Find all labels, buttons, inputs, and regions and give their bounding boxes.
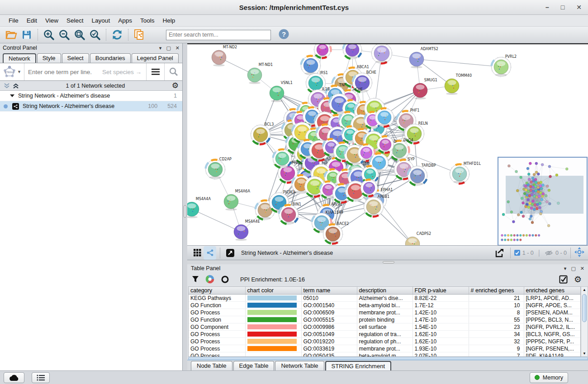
- network-node-anon[interactable]: [343, 44, 362, 59]
- menu-item-help[interactable]: Help: [158, 16, 179, 25]
- share-network-button[interactable]: [204, 246, 216, 260]
- menu-item-view[interactable]: View: [41, 16, 62, 25]
- pie-chart-icon[interactable]: [205, 275, 214, 284]
- network-node[interactable]: MT-ND2: [212, 45, 237, 66]
- network-canvas[interactable]: MT-ND2MT-ND1VSNL1GAB2IRS1CHATABCA1BCHEAC…: [187, 43, 588, 245]
- network-node-anon[interactable]: [273, 149, 292, 168]
- menu-item-apps[interactable]: Apps: [114, 16, 136, 25]
- table-row[interactable]: GO ProcessGO:0050435beta-amyloid m...2.0…: [189, 352, 581, 357]
- eye-off-icon[interactable]: [545, 250, 553, 256]
- maximize-button[interactable]: □: [561, 4, 564, 11]
- network-node[interactable]: VSNL1: [270, 81, 293, 102]
- column-header[interactable]: category: [189, 287, 245, 295]
- column-header[interactable]: term name: [301, 287, 357, 295]
- network-node[interactable]: BCL3: [251, 122, 274, 145]
- import-network-button[interactable]: [132, 28, 147, 42]
- column-header[interactable]: description: [357, 287, 413, 295]
- column-header[interactable]: chart color: [245, 287, 301, 295]
- scroll-down-icon[interactable]: ▼: [581, 351, 588, 356]
- panel-menu-icon[interactable]: ▾: [159, 45, 162, 51]
- table-gear-icon[interactable]: ⚙: [574, 274, 582, 285]
- network-node[interactable]: CD2AP: [206, 157, 232, 179]
- network-node[interactable]: ADAMTS2: [409, 47, 438, 68]
- table-row[interactable]: GO ProcessGO:0033619membrane prot...1.93…: [189, 345, 581, 352]
- network-node[interactable]: MS4A4E: [234, 220, 260, 241]
- zoom-in-button[interactable]: [41, 28, 57, 42]
- table-vertical-scrollbar[interactable]: ▲ ▼: [581, 286, 588, 357]
- scroll-up-icon[interactable]: ▲: [581, 287, 588, 293]
- search-input[interactable]: [166, 30, 271, 40]
- menu-item-tools[interactable]: Tools: [136, 16, 159, 25]
- menu-item-edit[interactable]: Edit: [23, 16, 41, 25]
- tab-node-table[interactable]: Node Table: [191, 361, 232, 371]
- tab-style[interactable]: Style: [37, 53, 61, 63]
- select-rows-checkbox-icon[interactable]: [559, 275, 568, 284]
- collapse-all-icon[interactable]: [4, 83, 10, 89]
- tab-legend-panel[interactable]: Legend Panel: [132, 53, 179, 63]
- string-search-button[interactable]: [164, 63, 182, 80]
- column-header[interactable]: enriched genes: [524, 287, 581, 295]
- close-button[interactable]: ✕: [576, 4, 582, 11]
- refresh-network-button[interactable]: [109, 28, 125, 42]
- network-row[interactable]: String Network - Alzheimer's disease 100…: [0, 101, 182, 112]
- table-row[interactable]: GO ComponentGO:0009986cell surface1.54E-…: [189, 323, 581, 331]
- panel-float-icon[interactable]: ▢: [571, 266, 575, 272]
- tab-select[interactable]: Select: [62, 53, 89, 63]
- network-node-anon[interactable]: [372, 44, 392, 64]
- zoom-fit-button[interactable]: [72, 28, 87, 42]
- network-collection-row[interactable]: String Network - Alzheimer's disease 1: [0, 91, 182, 101]
- column-header[interactable]: # enriched genes: [469, 287, 524, 295]
- birds-eye-toggle-button[interactable]: [574, 247, 584, 259]
- gear-icon[interactable]: ⚙: [172, 81, 179, 90]
- tree-expand-icon[interactable]: [10, 94, 14, 97]
- menu-item-layout[interactable]: Layout: [88, 16, 114, 25]
- menu-item-file[interactable]: File: [5, 16, 23, 25]
- table-row[interactable]: GO ProcessGO:0006509membrane prot...1.42…: [189, 309, 581, 316]
- network-node[interactable]: MS4A4A: [187, 197, 211, 218]
- vertical-splitter[interactable]: [183, 43, 187, 370]
- string-options-button[interactable]: [146, 63, 164, 80]
- scrollbar-thumb[interactable]: [582, 294, 587, 322]
- selected-checkbox-icon[interactable]: [514, 250, 520, 256]
- menu-item-select[interactable]: Select: [62, 16, 88, 25]
- panel-float-icon[interactable]: ▢: [166, 45, 171, 51]
- string-query-input[interactable]: [24, 69, 102, 75]
- network-node[interactable]: SMUG1: [413, 78, 437, 99]
- network-node-anon[interactable]: [361, 179, 378, 196]
- task-history-button[interactable]: [32, 372, 50, 383]
- save-session-button[interactable]: [19, 28, 34, 42]
- horizontal-splitter[interactable]: [187, 260, 588, 264]
- expand-all-icon[interactable]: [13, 83, 19, 89]
- tab-string-enrichment[interactable]: STRING Enrichment: [325, 361, 391, 371]
- open-file-button[interactable]: [4, 28, 19, 42]
- column-header[interactable]: FDR p-value: [413, 287, 469, 295]
- network-node-anon[interactable]: [377, 136, 394, 153]
- table-row[interactable]: KEGG Pathways05010Alzheimer's dise...8.8…: [189, 295, 581, 302]
- network-node[interactable]: MTHFD1L: [450, 162, 481, 184]
- network-node[interactable]: PVRL2: [492, 55, 517, 77]
- open-in-browser-button[interactable]: [224, 246, 237, 260]
- network-node-anon[interactable]: [314, 44, 331, 58]
- tab-network-table[interactable]: Network Table: [275, 361, 324, 371]
- tab-network[interactable]: Network: [3, 53, 36, 63]
- zoom-out-button[interactable]: [57, 28, 72, 42]
- grid-view-button[interactable]: [191, 246, 204, 260]
- tab-boundaries[interactable]: Boundaries: [90, 53, 131, 63]
- memory-button[interactable]: Memory: [530, 372, 568, 383]
- ring-chart-icon[interactable]: [221, 275, 229, 284]
- table-row[interactable]: GO ProcessGO:0051049regulation of tra...…: [189, 331, 581, 338]
- cloud-button[interactable]: [4, 372, 24, 383]
- network-node[interactable]: CADPS2: [405, 232, 431, 245]
- export-image-button[interactable]: [493, 246, 507, 260]
- help-button[interactable]: ?: [278, 28, 289, 42]
- network-node[interactable]: MT-ND1: [247, 63, 273, 84]
- minimize-button[interactable]: –: [545, 4, 549, 11]
- zoom-selected-button[interactable]: [87, 28, 103, 42]
- table-row[interactable]: GO FunctionGO:0005515protein binding1.47…: [189, 316, 581, 323]
- network-node[interactable]: MS4A6A: [224, 189, 250, 211]
- panel-close-icon[interactable]: ✕: [580, 266, 584, 272]
- string-protein-query-selector[interactable]: STRING ▼: [0, 63, 24, 80]
- filter-icon[interactable]: [192, 276, 199, 283]
- network-node-anon[interactable]: [375, 108, 394, 126]
- panel-close-icon[interactable]: ✕: [175, 45, 180, 51]
